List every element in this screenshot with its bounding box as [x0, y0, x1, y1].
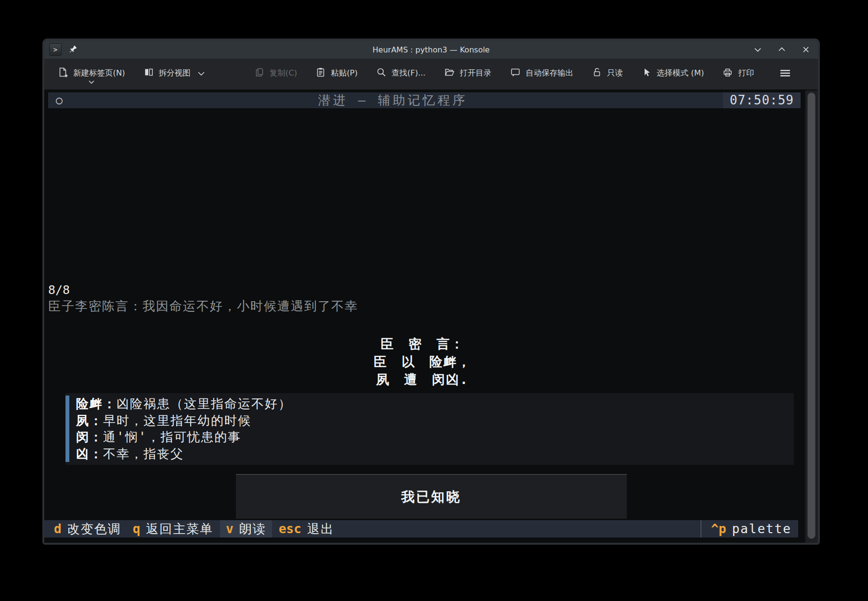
annotation-line: 夙：早时，这里指年幼的时候	[65, 412, 794, 429]
shortcut-change-theme[interactable]: d 改变色调	[54, 520, 121, 537]
shortcut-label: 退出	[307, 521, 334, 537]
open-folder-icon	[444, 67, 455, 79]
new-tab-dropdown-chevron[interactable]	[88, 77, 95, 86]
annotation-definition: 不幸，指丧父	[103, 447, 184, 461]
konsole-window: > HeurAMS : python3 — Konsole	[42, 38, 820, 545]
annotation-term: 凶：	[76, 447, 103, 461]
poem-line: 夙 遭 闵凶.	[48, 371, 797, 388]
shortcut-exit[interactable]: esc 退出	[279, 520, 334, 537]
shortcut-label: 朗读	[239, 521, 266, 537]
annotation-definition: 早时，这里指年幼的时候	[103, 413, 251, 428]
shortcut-key: q	[133, 522, 141, 536]
search-icon	[376, 67, 387, 79]
new-tab-button[interactable]: 新建标签页(N)	[58, 67, 125, 79]
shortcut-key: v	[226, 522, 233, 536]
shortcut-palette[interactable]: ^p palette	[700, 520, 798, 537]
tui-header-bar: ○ 潜进 – 辅助记忆程序 07:50:59	[48, 92, 801, 108]
scrollbar-thumb[interactable]	[807, 92, 816, 539]
copy-label: 复制(C)	[270, 68, 297, 78]
save-output-icon	[510, 67, 521, 79]
shortcut-key: esc	[279, 522, 301, 536]
select-mode-label: 选择模式 (M)	[657, 68, 704, 78]
paste-icon	[315, 67, 326, 79]
terminal-screen: ○ 潜进 – 辅助记忆程序 07:50:59 8/8 臣子李密陈言：我因命运不好…	[44, 90, 818, 543]
toolbar: 新建标签页(N) 拆分视图 复制(	[44, 59, 818, 90]
annotation-line: 凶：不幸，指丧父	[65, 446, 794, 462]
open-directory-label: 打开目录	[460, 68, 492, 78]
auto-save-output-label: 自动保存输出	[526, 68, 573, 78]
titlebar: > HeurAMS : python3 — Konsole	[44, 40, 818, 59]
shortcut-label: palette	[732, 522, 791, 536]
pin-icon[interactable]	[67, 44, 78, 55]
annotation-line: 闵：通'悯'，指可忧患的事	[65, 429, 794, 446]
shortcut-label: 改变色调	[67, 521, 121, 537]
annotation-definition: 通'悯'，指可忧患的事	[103, 430, 241, 444]
shortcut-read-aloud[interactable]: v 朗读	[220, 520, 272, 537]
shortcut-label: 返回主菜单	[146, 521, 213, 537]
annotation-term: 闵：	[76, 430, 103, 444]
shortcut-key: ^p	[711, 522, 726, 536]
split-view-icon	[143, 67, 154, 79]
print-label: 打印	[738, 68, 754, 78]
hamburger-menu-button[interactable]	[779, 68, 791, 78]
select-mode-button[interactable]: 选择模式 (M)	[641, 67, 704, 79]
open-directory-button[interactable]: 打开目录	[444, 67, 492, 79]
split-view-button[interactable]: 拆分视图	[143, 67, 205, 79]
paste-label: 粘贴(P)	[331, 68, 358, 78]
read-only-label: 只读	[607, 68, 623, 78]
lock-open-icon	[592, 67, 602, 79]
printer-icon	[722, 67, 733, 79]
close-button[interactable]	[801, 44, 811, 55]
tui-app-title: 潜进 – 辅助记忆程序	[63, 92, 723, 109]
find-button[interactable]: 查找(F)...	[376, 67, 426, 79]
print-button[interactable]: 打印	[722, 67, 754, 79]
annotation-line: 险衅：凶险祸患（这里指命运不好）	[65, 396, 794, 412]
auto-save-output-button[interactable]: 自动保存输出	[510, 67, 573, 79]
new-tab-icon	[58, 67, 68, 79]
status-circle-indicator: ○	[48, 92, 63, 108]
find-label: 查找(F)...	[391, 68, 426, 78]
window-title: HeurAMS : python3 — Konsole	[44, 45, 818, 54]
copy-icon	[254, 67, 265, 79]
progress-counter: 8/8	[48, 283, 70, 297]
split-view-label: 拆分视图	[159, 68, 191, 78]
select-cursor-icon	[641, 67, 652, 79]
copy-button: 复制(C)	[254, 67, 297, 79]
acknowledge-button[interactable]: 我已知晓	[236, 474, 627, 519]
maximize-button[interactable]	[777, 44, 787, 55]
read-only-button[interactable]: 只读	[592, 67, 623, 79]
split-view-dropdown-chevron[interactable]	[197, 69, 205, 78]
minimize-button[interactable]	[752, 44, 763, 55]
scrollbar[interactable]	[804, 90, 818, 543]
annotation-term: 夙：	[76, 413, 103, 428]
shortcut-main-menu[interactable]: q 返回主菜单	[133, 520, 214, 537]
hint-sentence: 臣子李密陈言：我因命运不好，小时候遭遇到了不幸	[48, 298, 358, 315]
poem-text: 臣 密 言： 臣 以 险衅， 夙 遭 闵凶.	[48, 335, 797, 388]
poem-line: 臣 以 险衅，	[48, 353, 797, 371]
annotation-term: 险衅：	[76, 396, 117, 411]
clock: 07:50:59	[723, 92, 801, 108]
annotation-definition: 凶险祸患（这里指命运不好）	[117, 396, 292, 411]
new-tab-label: 新建标签页(N)	[73, 68, 125, 78]
annotations-panel: 险衅：凶险祸患（这里指命运不好） 夙：早时，这里指年幼的时候 闵：通'悯'，指可…	[65, 393, 794, 465]
poem-line: 臣 密 言：	[48, 335, 797, 353]
konsole-app-icon[interactable]: >	[49, 43, 62, 56]
shortcut-footer-bar: d 改变色调 q 返回主菜单 v 朗读 esc 退出 ^p palette	[44, 520, 798, 537]
paste-button[interactable]: 粘贴(P)	[315, 67, 358, 79]
shortcut-key: d	[54, 522, 62, 536]
